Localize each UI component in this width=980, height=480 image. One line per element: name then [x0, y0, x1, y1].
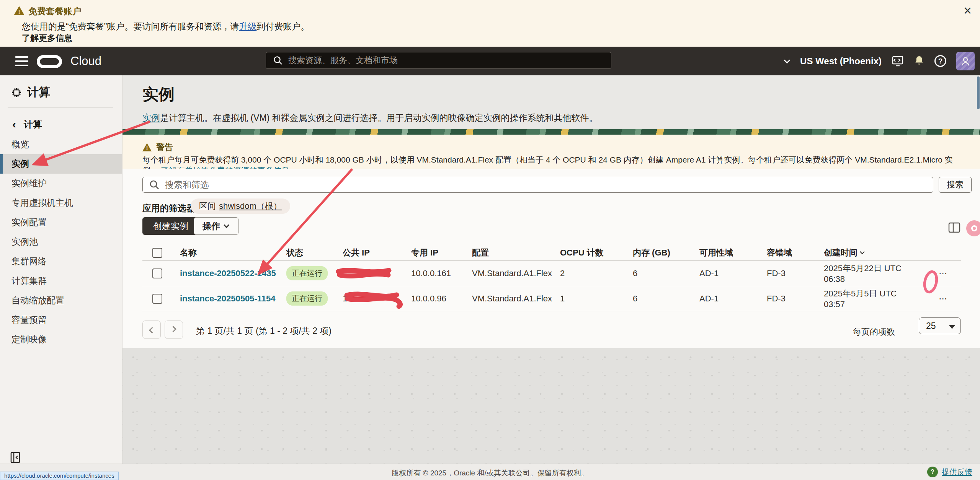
col-header-memory: 内存 (GB) [623, 247, 689, 259]
compartment-filter-chip[interactable]: 区间 shwisdom（根） [191, 199, 290, 214]
notifications-bell-icon[interactable] [914, 55, 924, 67]
oracle-logo[interactable] [37, 55, 62, 68]
created-cell: 2025年5月5日 UTC 03:57 [814, 288, 910, 309]
table-row: instance-20250505-1154 正在运行 1 10.0.0.96 … [142, 286, 961, 311]
filter-search-box [142, 177, 933, 193]
hamburger-menu-icon[interactable] [15, 56, 28, 66]
footer: 版权所有 © 2025，Oracle 和/或其关联公司。保留所有权利。 ? 提供… [0, 464, 980, 480]
scrollbar-thumb[interactable] [977, 76, 980, 109]
col-header-public-ip: 公共 IP [333, 247, 401, 259]
instance-name-link[interactable]: instance-20250522-1435 [180, 268, 276, 278]
close-icon[interactable]: × [964, 4, 972, 18]
instances-content: 搜索 应用的筛选器 区间 shwisdom（根） 创建实例 操作 名称 状态 公… [122, 169, 980, 348]
memory-cell: 6 [623, 294, 689, 304]
sidebar-item-custom-images[interactable]: 定制映像 [0, 330, 122, 349]
ad-cell: AD-1 [689, 268, 757, 278]
table-header-row: 名称 状态 公共 IP 专用 IP 配置 OCPU 计数 内存 (GB) 可用性… [142, 245, 961, 261]
header-right-cluster: US West (Phoenix) ? [786, 47, 975, 75]
region-selector[interactable]: US West (Phoenix) [800, 56, 882, 67]
sidebar-collapse-icon[interactable] [10, 451, 21, 465]
user-avatar[interactable] [956, 52, 975, 70]
next-page-button[interactable] [165, 321, 183, 339]
banner-title: 免费套餐账户 [28, 5, 81, 17]
sidebar-item-dedicated-vm-hosts[interactable]: 专用虚拟机主机 [0, 193, 122, 213]
col-header-created[interactable]: 创建时间 [814, 247, 910, 259]
assistant-floating-button[interactable] [966, 220, 980, 236]
actions-dropdown-button[interactable]: 操作 [194, 217, 238, 235]
help-icon[interactable]: ? [934, 55, 946, 67]
global-search-input[interactable] [288, 55, 611, 65]
status-badge: 正在运行 [286, 266, 328, 280]
sidebar-item-overview[interactable]: 概览 [0, 135, 122, 154]
learn-more-link[interactable]: 了解更多信息 [22, 33, 72, 44]
sidebar-section-header: 计算 [11, 85, 50, 100]
page-title-section: 实例 实例是计算主机。在虚拟机 (VM) 和裸金属实例之间进行选择。用于启动实例… [122, 75, 980, 129]
free-tier-warning-panel: ! 警告 每个租户每月可免费获得前 3,000 个 OCPU 小时和 18,00… [122, 135, 980, 169]
col-header-private-ip: 专用 IP [401, 247, 462, 259]
sidebar-item-compute-clusters[interactable]: 计算集群 [0, 271, 122, 291]
instances-table: 名称 状态 公共 IP 专用 IP 配置 OCPU 计数 内存 (GB) 可用性… [142, 245, 961, 311]
warning-heading: ! 警告 [142, 142, 173, 153]
col-header-name: 名称 [170, 247, 276, 259]
row-actions-icon[interactable]: ⋯ [910, 294, 961, 304]
col-header-fault-domain: 容错域 [757, 247, 814, 259]
sidebar-item-instances[interactable]: 实例 [0, 154, 122, 174]
global-search-box [266, 52, 611, 69]
sidebar-section-title: 计算 [27, 85, 50, 100]
chevron-left-icon: ‹ [12, 120, 16, 129]
sidebar: 计算 ‹ 计算 概览 实例 实例维护 专用虚拟机主机 实例配置 实例池 集群网络… [0, 75, 122, 464]
warning-triangle-icon: ! [14, 6, 24, 15]
pagination-info: 第 1 页/共 1 页 (第 1 - 2 项/共 2 项) [196, 325, 332, 337]
sidebar-item-instance-configurations[interactable]: 实例配置 [0, 213, 122, 232]
search-button[interactable]: 搜索 [939, 177, 972, 193]
previous-page-button[interactable] [142, 321, 161, 339]
row-actions-icon[interactable]: ⋯ [910, 268, 961, 278]
person-icon [960, 55, 971, 67]
sidebar-item-instance-maintenance[interactable]: 实例维护 [0, 174, 122, 193]
instances-doc-link[interactable]: 实例 [142, 113, 160, 123]
create-instance-button[interactable]: 创建实例 [142, 217, 199, 235]
chevron-left-icon [149, 327, 155, 334]
upgrade-link[interactable]: 升级 [239, 21, 256, 31]
free-tier-banner: ! 免费套餐账户 您使用的是“免费套餐”账户。要访问所有服务和资源，请升级到付费… [0, 0, 980, 47]
ocpu-cell: 1 [550, 294, 623, 304]
per-page-select[interactable]: 25 [919, 317, 961, 334]
row-checkbox[interactable] [152, 294, 162, 304]
page-description: 实例是计算主机。在虚拟机 (VM) 和裸金属实例之间进行选择。用于启动实例的映像… [142, 112, 598, 124]
status-badge: 正在运行 [286, 291, 328, 306]
col-header-shape: 配置 [462, 247, 550, 259]
cloud-shell-icon[interactable] [892, 55, 904, 67]
sidebar-item-instance-pools[interactable]: 实例池 [0, 232, 122, 252]
sidebar-menu: 概览 实例 实例维护 专用虚拟机主机 实例配置 实例池 集群网络 计算集群 自动… [0, 135, 122, 349]
compartment-filter-value[interactable]: shwisdom（根） [219, 200, 282, 212]
search-icon [149, 179, 160, 190]
col-header-status: 状态 [276, 247, 333, 259]
public-ip-cell-redacted: 1 [333, 294, 401, 304]
caret-down-icon [949, 325, 955, 329]
select-all-checkbox[interactable] [152, 248, 162, 258]
warning-triangle-icon: ! [142, 143, 152, 151]
chevron-down-icon [224, 222, 230, 228]
instance-name-link[interactable]: instance-20250505-1154 [180, 294, 276, 304]
chevron-right-icon [170, 326, 176, 332]
col-header-ocpu: OCPU 计数 [550, 247, 623, 259]
sidebar-item-capacity-reservations[interactable]: 容量预留 [0, 310, 122, 330]
sidebar-back-link[interactable]: ‹ 计算 [12, 118, 42, 130]
feedback-area: ? 提供反馈 [927, 467, 972, 477]
fd-cell: FD-3 [757, 294, 814, 304]
row-checkbox[interactable] [152, 268, 162, 278]
filter-search-input[interactable] [165, 180, 933, 190]
banner-message-suffix: 到付费账户。 [256, 21, 309, 31]
table-row: instance-20250522-1435 正在运行 10.0.0.161 V… [142, 261, 961, 286]
shape-cell: VM.Standard.A1.Flex [462, 294, 550, 304]
copyright-text: 版权所有 © 2025，Oracle 和/或其关联公司。保留所有权利。 [0, 468, 980, 478]
private-ip-cell: 10.0.0.96 [401, 294, 462, 304]
sort-descending-icon [860, 249, 865, 254]
created-cell: 2025年5月22日 UTC 06:38 [814, 263, 910, 284]
column-settings-icon[interactable] [948, 221, 961, 236]
banner-message-prefix: 您使用的是“免费套餐”账户。要访问所有服务和资源，请 [22, 21, 239, 31]
per-page-label: 每页的项数 [853, 326, 895, 338]
sidebar-item-autoscaling[interactable]: 自动缩放配置 [0, 291, 122, 310]
feedback-link[interactable]: 提供反馈 [942, 467, 972, 477]
sidebar-item-cluster-networks[interactable]: 集群网络 [0, 252, 122, 271]
